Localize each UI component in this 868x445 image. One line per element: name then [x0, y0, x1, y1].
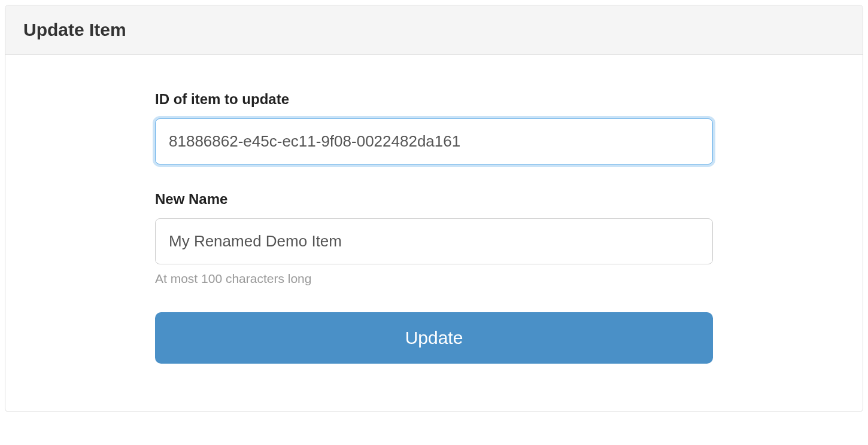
id-label: ID of item to update — [155, 91, 713, 108]
name-help-text: At most 100 characters long — [155, 272, 713, 286]
update-item-panel: Update Item ID of item to update New Nam… — [5, 5, 863, 412]
panel-header: Update Item — [5, 5, 863, 55]
panel-body: ID of item to update New Name At most 10… — [5, 55, 863, 412]
name-input[interactable] — [155, 218, 713, 264]
id-form-group: ID of item to update — [155, 91, 713, 164]
id-input[interactable] — [155, 118, 713, 164]
update-button[interactable]: Update — [155, 312, 713, 364]
name-label: New Name — [155, 191, 713, 208]
name-form-group: New Name At most 100 characters long — [155, 191, 713, 286]
panel-title: Update Item — [23, 20, 845, 40]
